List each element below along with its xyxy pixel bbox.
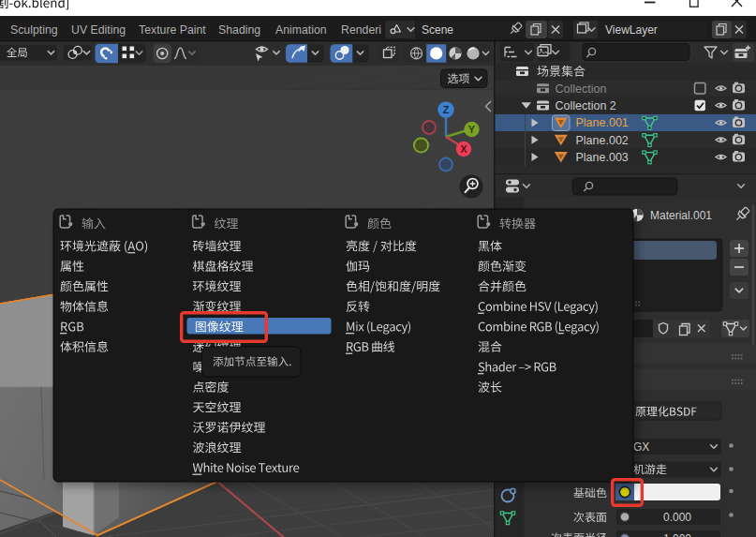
- svg-text:Plane.001: Plane.001: [576, 116, 629, 129]
- svg-text:Y: Y: [468, 124, 476, 135]
- svg-text:Renderi: Renderi: [341, 23, 381, 37]
- svg-text:Plane.003: Plane.003: [576, 151, 629, 164]
- svg-text:UV Editing: UV Editing: [71, 23, 126, 37]
- svg-text:ViewLayer: ViewLayer: [605, 23, 658, 37]
- svg-text:Collection 2: Collection 2: [556, 99, 616, 112]
- svg-text:0.000: 0.000: [663, 511, 691, 524]
- svg-text:Collection: Collection: [556, 82, 607, 96]
- svg-text:1.000: 1.000: [663, 532, 691, 537]
- svg-text:Sculpting: Sculpting: [10, 23, 58, 37]
- svg-text:Plane.002: Plane.002: [576, 134, 629, 147]
- svg-text:Z: Z: [442, 104, 449, 115]
- svg-text:Animation: Animation: [275, 23, 327, 37]
- svg-text:Shading: Shading: [218, 23, 260, 37]
- svg-text:X: X: [460, 143, 467, 155]
- svg-text:Scene: Scene: [422, 23, 453, 37]
- svg-text:Material.001: Material.001: [650, 209, 712, 222]
- svg-text:Texture Paint: Texture Paint: [139, 23, 206, 37]
